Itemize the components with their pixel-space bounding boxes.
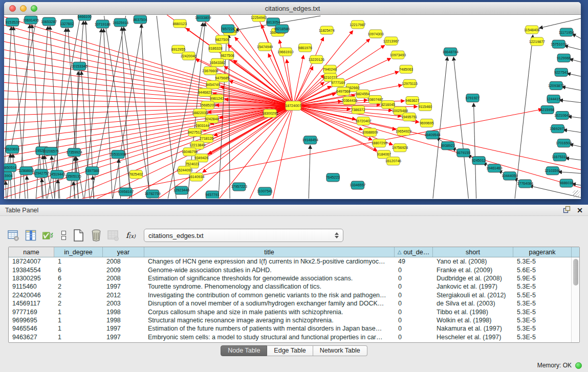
graph-node[interactable]: 13505135 [65,172,81,181]
graph-node[interactable]: 19654923 [396,127,411,136]
cell-name[interactable]: 9115460 [9,283,54,290]
tab-edge-table[interactable]: Edge Table [267,345,313,356]
cell-name[interactable]: 9465546 [9,325,54,332]
cell-title[interactable]: Estimation of the future numbers of pati… [144,325,395,332]
table-vertical-scrollbar[interactable] [571,257,579,342]
graph-node[interactable]: 13346557 [350,181,365,189]
tab-node-table[interactable]: Node Table [221,345,267,356]
graph-node[interactable]: 9777169 [331,78,345,86]
cell-pagerank[interactable]: 5.3E-5 [513,317,572,324]
graph-node[interactable]: 8850514 [4,164,17,172]
cell-out_degree[interactable]: 0 [395,300,433,307]
cell-pagerank[interactable]: 5.3E-5 [513,334,572,341]
graph-node[interactable]: 1327602 [60,19,74,28]
graph-node[interactable]: 20364436 [341,96,357,104]
graph-node[interactable]: 9227543 [554,68,568,76]
cell-in_degree[interactable]: 1 [54,317,103,324]
graph-node[interactable]: 9457791 [205,191,219,199]
graph-node[interactable]: 17957223 [231,183,247,191]
graph-node[interactable]: 15474949 [257,42,273,51]
cell-name[interactable]: 18300295 [9,275,54,282]
graph-node[interactable]: 1244415 [547,95,560,103]
table-selector-dropdown[interactable]: citations_edges.txt [144,229,343,242]
table-row[interactable]: 969969511998Structural magnetic resonanc… [9,316,579,324]
cell-out_degree[interactable]: 0 [395,267,433,274]
cell-year[interactable]: 2003 [103,300,144,307]
graph-node[interactable]: 6679155 [456,149,470,157]
clear-selection-icon[interactable] [59,229,68,242]
function-builder-icon[interactable]: f(x) [124,229,137,242]
column-header-pagerank[interactable]: pagerank [513,247,572,257]
graph-node[interactable]: 16409544 [424,131,440,139]
show-columns-icon[interactable] [25,229,37,242]
graph-node[interactable]: 16120746 [385,157,401,165]
graph-node[interactable]: 20691406 [23,16,39,24]
graph-node[interactable]: 19325914 [113,18,128,27]
graph-node[interactable]: 6497568 [336,87,350,95]
cell-pagerank[interactable]: 5.3E-5 [513,283,572,290]
graph-node[interactable]: 10688609 [362,128,378,137]
cell-name[interactable]: 14569117 [9,300,54,307]
graph-node[interactable]: 11548408 [524,26,540,34]
graph-node[interactable]: 2620693 [5,145,19,154]
graph-node[interactable]: 14519443 [49,170,65,179]
graph-node[interactable]: 6466100 [77,15,91,20]
graph-node[interactable]: 18724007 [285,101,301,110]
cell-out_degree[interactable]: 0 [395,275,433,282]
graph-node[interactable]: 10653287 [41,17,57,26]
graph-node[interactable]: 9463627 [405,96,419,104]
network-canvas[interactable]: 1822605898275098186328982750816543382236… [4,15,581,199]
cell-year[interactable]: 1997 [103,334,144,341]
graph-node[interactable]: 12254943 [251,15,267,21]
cell-title[interactable]: Embryonic stem cells: a model to study s… [144,334,395,341]
graph-node[interactable]: 9886038 [559,179,573,187]
cell-short[interactable]: Yano et al. (2008) [433,258,513,265]
scrollbar-thumb[interactable] [573,259,578,286]
graph-node[interactable]: 12217987 [350,20,365,29]
graph-node[interactable]: 18807299 [372,139,387,147]
tab-network-table[interactable]: Network Table [313,345,367,356]
graph-node[interactable]: 9699695 [420,119,433,127]
cell-year[interactable]: 1998 [103,309,144,316]
network-window-titlebar[interactable]: citations_edges.txt [4,2,581,15]
table-row[interactable]: 911546021997Tourette syndrome. Phenomeno… [9,282,579,291]
graph-node[interactable]: 20153346 [71,62,87,70]
window-resize-grip[interactable] [573,190,580,198]
cell-pagerank[interactable]: 5.3E-5 [513,300,572,307]
graph-node[interactable]: 19756928 [392,144,408,152]
graph-node[interactable]: 11171954 [559,28,574,36]
cell-title[interactable]: Genome-wide association studies in ADHD. [144,267,395,274]
graph-node[interactable]: 3915904 [4,172,13,180]
cell-pagerank[interactable]: 5.3E-5 [513,258,572,265]
graph-node[interactable]: 19218586 [274,25,290,33]
cell-in_degree[interactable]: 2 [54,300,103,307]
cell-year[interactable]: 2009 [103,267,144,274]
graph-node[interactable]: 17359924 [66,148,82,157]
cell-out_degree[interactable]: 49 [395,258,433,265]
graph-node[interactable]: 10974303 [368,30,384,38]
graph-node[interactable]: 10958167 [118,188,134,196]
graph-node[interactable]: 17764084 [517,180,533,188]
cell-pagerank[interactable]: 5.3E-5 [513,325,572,332]
graph-node[interactable]: 7825402 [129,170,143,179]
graph-node[interactable]: 12213967 [383,37,399,45]
zoom-window-button[interactable] [31,5,37,12]
graph-node[interactable]: 9129966 [557,54,571,62]
graph-node[interactable]: 12103594 [545,167,560,175]
cell-year[interactable]: 2008 [103,275,144,282]
graph-node[interactable]: 20206576 [43,147,59,156]
cell-out_degree[interactable]: 0 [395,309,433,316]
graph-node[interactable]: 16140934 [188,173,204,181]
table-row[interactable]: 1938455462009Genome-wide association stu… [9,266,579,274]
cell-year[interactable]: 1997 [103,325,144,332]
graph-node[interactable]: 8186328 [208,44,222,52]
cell-pagerank[interactable]: 5.9E-5 [513,275,572,282]
graph-node[interactable]: 15751074 [551,40,567,48]
cell-year[interactable]: 1997 [103,283,144,290]
cell-in_degree[interactable]: 1 [54,258,103,265]
cell-short[interactable]: Nakamura et al. (1997) [433,325,513,332]
column-header-short[interactable]: short [433,247,513,257]
graph-node[interactable]: 7940248 [323,65,337,73]
cell-in_degree[interactable]: 1 [54,325,103,332]
cell-name[interactable]: 9699695 [9,317,54,324]
